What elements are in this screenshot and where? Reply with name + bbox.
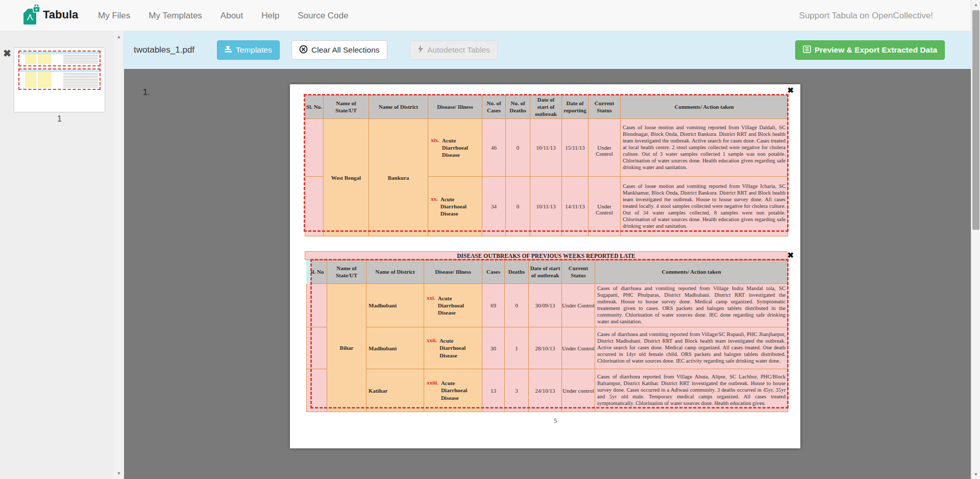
- brand-title: Tabula: [43, 8, 78, 21]
- nav-item-about[interactable]: About: [220, 11, 243, 21]
- top-navbar: Tabula My Files My Templates About Help …: [0, 0, 980, 31]
- clear-button-label: Clear All Selections: [311, 45, 380, 55]
- circle-x-icon: [299, 45, 308, 56]
- nav-item-source-code[interactable]: Source Code: [298, 11, 348, 21]
- document-toolbar: twotables_1.pdf Templates Clear All Sele…: [123, 31, 971, 69]
- tabula-logo-icon: [22, 5, 41, 28]
- lightning-bolt-icon: [418, 45, 424, 55]
- support-link[interactable]: Support Tabula on OpenCollective!: [799, 0, 933, 31]
- pdf-page-canvas[interactable]: Sl. No. Name of State/UT Name of Distric…: [290, 84, 800, 448]
- templates-button[interactable]: Templates: [217, 40, 280, 60]
- autodetect-tables-button[interactable]: Autodetect Tables: [410, 40, 498, 60]
- page-marker-label: 1.: [143, 88, 150, 97]
- nav-item-my-files[interactable]: My Files: [98, 11, 130, 21]
- table-selection-2[interactable]: ✖: [310, 259, 789, 409]
- nav-item-my-templates[interactable]: My Templates: [149, 11, 202, 21]
- thumbnail-selection-1: [18, 51, 101, 66]
- nav-item-help[interactable]: Help: [261, 11, 279, 21]
- template-icon: [225, 45, 232, 55]
- templates-button-label: Templates: [236, 45, 272, 55]
- scrollbar-thumb[interactable]: [972, 10, 979, 230]
- navbar-menu: My Files My Templates About Help Source …: [98, 0, 348, 31]
- pdf-workspace: 1. Sl. No. Name of State/UT Name of Dist…: [124, 69, 971, 479]
- selection1-close-icon[interactable]: ✖: [787, 86, 794, 95]
- scroll-down-icon[interactable]: ▼: [114, 471, 124, 476]
- table-list-icon: [803, 45, 811, 55]
- scroll-up-icon[interactable]: ▲: [114, 34, 124, 39]
- autodetect-button-label: Autodetect Tables: [427, 45, 490, 55]
- thumbnail-selection-2: [18, 68, 101, 90]
- remove-page-icon[interactable]: ✖: [3, 47, 11, 59]
- scroll-up-icon[interactable]: ▲: [971, 2, 980, 7]
- scroll-down-icon[interactable]: ▼: [971, 472, 980, 477]
- page-thumbnail[interactable]: [14, 48, 105, 112]
- thumbnail-page-number: 1: [14, 114, 105, 124]
- pdf-page-number: 5: [290, 417, 821, 425]
- thumbnail-sidebar: ✖ 1: [0, 31, 114, 479]
- table-selection-1[interactable]: ✖: [304, 94, 789, 232]
- page-scrollbar[interactable]: ▲ ▼: [971, 0, 980, 479]
- sidebar-scrollbar[interactable]: ▲ ▼: [114, 31, 124, 479]
- open-filename: twotables_1.pdf: [134, 40, 194, 60]
- preview-export-button[interactable]: Preview & Export Extracted Data: [795, 40, 945, 60]
- export-button-label: Preview & Export Extracted Data: [815, 45, 937, 55]
- selection2-close-icon[interactable]: ✖: [787, 251, 794, 260]
- clear-all-selections-button[interactable]: Clear All Selections: [291, 40, 387, 60]
